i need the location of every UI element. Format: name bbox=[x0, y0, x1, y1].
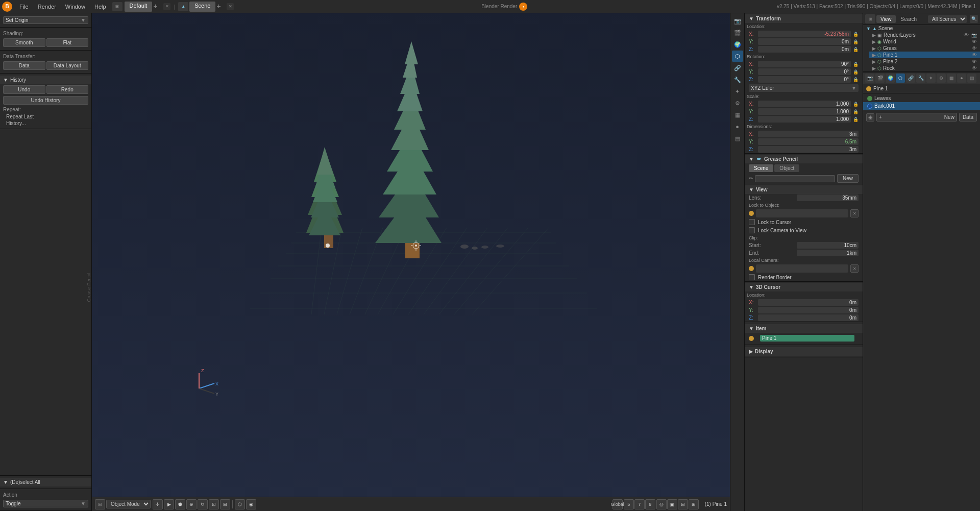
prop-constraints-icon[interactable]: 🔗 bbox=[732, 62, 743, 74]
rl-eye-icon[interactable]: 👁 bbox=[964, 32, 969, 38]
search-icon[interactable]: 🔍 bbox=[970, 15, 978, 23]
lasso-icon-btn[interactable]: ⬟ bbox=[175, 499, 185, 509]
display-header[interactable]: ▶ Display bbox=[745, 347, 863, 356]
history-dots-item[interactable]: History... bbox=[0, 120, 91, 127]
gp-tab-scene[interactable]: Scene bbox=[749, 164, 773, 172]
far-right-scene-icon[interactable]: 🎬 bbox=[875, 74, 885, 83]
gp-new-btn[interactable]: New bbox=[837, 174, 859, 183]
set-origin-field[interactable]: Set Origin ▼ bbox=[3, 16, 88, 24]
smooth-btn[interactable]: Smooth bbox=[3, 38, 45, 47]
viewport-icon-4[interactable]: ⊞ bbox=[689, 499, 699, 509]
far-right-material-icon[interactable]: ● bbox=[957, 74, 966, 83]
view-header[interactable]: ▼ View bbox=[745, 185, 863, 194]
prop-icon-left[interactable]: ◉ bbox=[866, 113, 874, 121]
menu-render[interactable]: Render bbox=[34, 3, 60, 11]
deselect-header[interactable]: ▼ (De)select All bbox=[0, 478, 91, 486]
viewport-icon-2[interactable]: ▣ bbox=[667, 499, 677, 509]
pine2-eye-icon[interactable]: 👁 bbox=[972, 59, 977, 64]
lock-obj-field[interactable] bbox=[756, 209, 848, 217]
prop-object-icon[interactable]: ⬡ bbox=[732, 51, 743, 62]
euler-dropdown[interactable]: XYZ Euler ▼ bbox=[749, 84, 859, 92]
rotation-z-value[interactable]: 0° bbox=[758, 76, 851, 83]
scale-icon-btn[interactable]: ⊡ bbox=[209, 499, 219, 509]
new-btn-area[interactable]: + New bbox=[876, 113, 957, 121]
location-y-lock[interactable]: 🔒 bbox=[853, 39, 859, 44]
scene-icon[interactable]: ▲ bbox=[178, 2, 188, 11]
rotation-y-value[interactable]: 0° bbox=[758, 68, 851, 75]
scale-x-value[interactable]: 1.000 bbox=[758, 101, 851, 107]
cursor-x-value[interactable]: 0m bbox=[758, 299, 859, 306]
move-icon-btn[interactable]: ⊕ bbox=[186, 499, 197, 509]
local-camera-clear[interactable]: ✕ bbox=[850, 264, 859, 273]
rock-eye-icon[interactable]: 👁 bbox=[972, 65, 977, 71]
cursor-3d-header[interactable]: ▼ 3D Cursor bbox=[745, 283, 863, 291]
rl-camera-icon[interactable]: 📷 bbox=[971, 33, 977, 38]
workspace-tab-add[interactable]: + bbox=[153, 2, 162, 11]
pine1-eye-icon[interactable]: 👁 bbox=[972, 52, 977, 58]
prop-physics-icon[interactable]: ⚙ bbox=[732, 98, 743, 109]
clip-start-value[interactable]: 10cm bbox=[797, 242, 859, 249]
viewport-icon-1[interactable]: ◎ bbox=[656, 499, 667, 509]
location-z-lock[interactable]: 🔒 bbox=[853, 47, 859, 52]
gp-tab-object[interactable]: Object bbox=[774, 164, 799, 172]
outliner-rock[interactable]: ▶ ⬡ Rock 👁 bbox=[869, 65, 980, 71]
scale-y-lock[interactable]: 🔒 bbox=[853, 109, 859, 114]
scale-z-value[interactable]: 1.000 bbox=[758, 116, 851, 123]
item-name-field[interactable] bbox=[760, 335, 854, 342]
outliner-pine2[interactable]: ▶ ⬡ Pine 2 👁 bbox=[869, 58, 980, 65]
local-camera-field[interactable] bbox=[756, 264, 848, 273]
numpad-1[interactable]: 5 bbox=[624, 499, 634, 509]
location-x-value[interactable]: -5.23758m bbox=[758, 31, 851, 37]
dim-y-value[interactable]: 6.5m bbox=[758, 138, 859, 145]
rotation-x-value[interactable]: 90° bbox=[758, 61, 851, 67]
far-right-modifier-icon[interactable]: 🔧 bbox=[916, 74, 925, 83]
scale-y-value[interactable]: 1.000 bbox=[758, 108, 851, 115]
far-right-particles-icon[interactable]: ✦ bbox=[926, 74, 936, 83]
workspace-icon[interactable]: ⊞ bbox=[112, 2, 122, 11]
dim-z-value[interactable]: 3m bbox=[758, 146, 859, 153]
far-right-world-icon[interactable]: 🌍 bbox=[886, 74, 895, 83]
outliner-pine1[interactable]: ▶ ⬡ Pine 1 👁 bbox=[869, 52, 980, 58]
lock-to-cursor-check[interactable] bbox=[749, 219, 755, 225]
material-bark-row[interactable]: Bark.001 bbox=[863, 102, 980, 110]
far-right-texture-icon[interactable]: ▤ bbox=[967, 74, 976, 83]
menu-window[interactable]: Window bbox=[61, 3, 89, 11]
sculpt-icon[interactable]: ◉ bbox=[246, 499, 256, 509]
data-btn[interactable]: Data bbox=[3, 61, 45, 70]
history-header[interactable]: ▼ History bbox=[0, 76, 91, 84]
lens-value[interactable]: 35mm bbox=[797, 194, 859, 201]
blender-logo[interactable]: B bbox=[2, 2, 12, 12]
rotation-y-lock[interactable]: 🔒 bbox=[853, 69, 859, 75]
transform-header[interactable]: ▼ Transform bbox=[745, 14, 863, 23]
workspace-tab-default[interactable]: Default bbox=[125, 2, 153, 12]
gp-layer-field[interactable] bbox=[755, 175, 835, 182]
scene-tab-add[interactable]: + bbox=[216, 2, 226, 11]
outliner-icon[interactable]: ⊞ bbox=[865, 14, 875, 23]
mesh-edit-icon[interactable]: ⬡ bbox=[235, 499, 245, 509]
prop-material-icon[interactable]: ● bbox=[732, 121, 743, 132]
undo-btn[interactable]: Undo bbox=[3, 85, 45, 94]
far-right-constraint-icon[interactable]: 🔗 bbox=[906, 74, 915, 83]
tab-view[interactable]: View bbox=[876, 15, 896, 23]
cursor-y-value[interactable]: 0m bbox=[758, 307, 859, 313]
prop-world-icon[interactable]: 🌍 bbox=[732, 39, 743, 50]
material-leaves-row[interactable]: Leaves bbox=[863, 94, 980, 102]
prop-data-icon[interactable]: ▦ bbox=[732, 109, 743, 120]
rotation-z-lock[interactable]: 🔒 bbox=[853, 77, 859, 82]
transform-icon-btn[interactable]: ⊞ bbox=[220, 499, 230, 509]
action-value-field[interactable]: Toggle ▼ bbox=[3, 500, 88, 507]
prop-scene-icon[interactable]: 🎬 bbox=[732, 27, 743, 38]
outliner-world[interactable]: ▶ ◉ World 👁 bbox=[869, 38, 980, 45]
workspace-close[interactable]: ✕ bbox=[163, 3, 170, 10]
lock-camera-check[interactable] bbox=[749, 227, 755, 233]
cursor-z-value[interactable]: 0m bbox=[758, 314, 859, 321]
redo-btn[interactable]: Redo bbox=[46, 85, 89, 94]
menu-help[interactable]: Help bbox=[90, 3, 110, 11]
prop-texture-icon[interactable]: ▤ bbox=[732, 133, 743, 144]
location-y-value[interactable]: 0m bbox=[758, 38, 851, 45]
global-btn[interactable]: Global bbox=[612, 499, 623, 509]
undo-history-btn[interactable]: Undo History bbox=[3, 96, 88, 105]
numpad-2[interactable]: 7 bbox=[634, 499, 645, 509]
data-btn-area[interactable]: Data bbox=[959, 113, 977, 121]
far-right-physics-icon[interactable]: ⚙ bbox=[937, 74, 946, 83]
